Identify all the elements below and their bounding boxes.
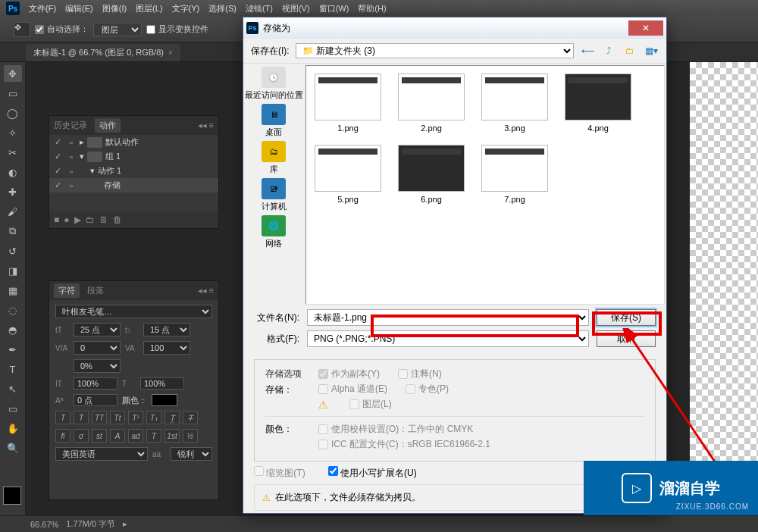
path-tool[interactable]: ↖ <box>4 380 22 397</box>
superscript-button[interactable]: T¹ <box>128 411 143 424</box>
filename-input[interactable]: 未标题-1.png <box>307 309 589 326</box>
character-tab[interactable]: 字符 <box>54 283 80 298</box>
close-icon[interactable]: ✕ <box>628 20 663 36</box>
dodge-tool[interactable]: ◓ <box>4 321 22 338</box>
move-tool[interactable]: ✥ <box>4 65 22 82</box>
place-network[interactable]: 🌐网络 <box>262 215 286 249</box>
tsume-select[interactable]: 0% <box>74 359 121 373</box>
paragraph-tab[interactable]: 段落 <box>87 285 104 296</box>
opt-icc[interactable]: ICC 配置文件(C)：sRGB IEC61966-2.1 <box>318 438 490 451</box>
brush-tool[interactable]: 🖌 <box>4 203 22 220</box>
opt-as-copy[interactable]: 作为副本(Y) <box>318 368 380 380</box>
pen-tool[interactable]: ✒ <box>4 341 22 358</box>
tracking-select[interactable]: 100 <box>143 341 190 355</box>
new-action-icon[interactable]: 🗎 <box>99 214 108 225</box>
menu-view[interactable]: 视图(V) <box>282 3 310 14</box>
close-tab-icon[interactable]: × <box>168 49 173 57</box>
history-tab[interactable]: 历史记录 <box>54 120 87 131</box>
foreground-color-swatch[interactable] <box>3 487 21 505</box>
place-desktop[interactable]: 🖥桌面 <box>262 104 286 138</box>
heal-tool[interactable]: ✚ <box>4 183 22 200</box>
auto-select-target-select[interactable]: 图层 <box>93 23 142 36</box>
vscale-input[interactable] <box>74 377 117 390</box>
save-button[interactable]: 保存(S) <box>597 309 656 326</box>
subscript-button[interactable]: T₁ <box>146 411 161 424</box>
action-row-group[interactable]: ✓▫▾组 1 <box>49 149 218 164</box>
menu-file[interactable]: 文件(F) <box>29 3 56 14</box>
bold-button[interactable]: T <box>55 411 70 424</box>
type-tool[interactable]: T <box>4 361 22 377</box>
panel-menu-icon[interactable]: ◂◂ ≡ <box>198 120 214 130</box>
gradient-tool[interactable]: ▦ <box>4 282 22 299</box>
menu-window[interactable]: 窗口(W) <box>319 3 349 14</box>
menu-image[interactable]: 图像(I) <box>102 3 127 14</box>
font-size-select[interactable]: 25 点 <box>74 323 121 336</box>
action-row-default[interactable]: ✓▫▸默认动作 <box>49 135 218 149</box>
auto-select-checkbox[interactable]: 自动选择： <box>35 23 89 35</box>
up-icon[interactable]: ⤴ <box>601 43 616 58</box>
menu-layer[interactable]: 图层(L) <box>136 3 162 14</box>
file-list[interactable]: 1.png 2.png 3.png 4.png 5.png 6.png 7.pn… <box>305 65 665 305</box>
menu-type[interactable]: 文字(Y) <box>172 3 200 14</box>
place-computer[interactable]: 🖳计算机 <box>262 178 287 212</box>
opt-lowercase-ext[interactable]: 使用小写扩展名(U) <box>328 466 417 480</box>
leading-select[interactable]: 15 点 <box>143 323 190 336</box>
marquee-tool[interactable]: ▭ <box>4 85 22 102</box>
menu-edit[interactable]: 编辑(E) <box>65 3 93 14</box>
allcaps-button[interactable]: TT <box>92 411 107 424</box>
play-icon[interactable]: ▶ <box>74 214 81 225</box>
show-transform-checkbox[interactable]: 显示变换控件 <box>146 23 208 35</box>
strike-button[interactable]: T̶ <box>183 411 198 424</box>
folder-select[interactable]: 📁 新建文件夹 (3) <box>296 43 574 58</box>
stop-icon[interactable]: ■ <box>54 214 59 225</box>
menu-filter[interactable]: 滤镜(T) <box>246 3 273 14</box>
italic-button[interactable]: T <box>74 411 89 424</box>
cancel-button[interactable]: 取消 <box>597 330 656 347</box>
underline-button[interactable]: T̲ <box>164 411 180 424</box>
kerning-select[interactable]: 0 <box>74 341 121 355</box>
record-icon[interactable]: ● <box>64 214 69 225</box>
panel-menu-icon[interactable]: ◂◂ ≡ <box>198 286 214 296</box>
file-item[interactable]: 2.png <box>397 74 465 133</box>
trash-icon[interactable]: 🗑 <box>113 214 122 225</box>
wand-tool[interactable]: ✧ <box>4 124 22 141</box>
history-brush-tool[interactable]: ↺ <box>4 243 22 259</box>
action-row-action1[interactable]: ✓▫▾动作 1 <box>49 164 218 178</box>
file-item[interactable]: 4.png <box>564 74 632 133</box>
file-item[interactable]: 5.png <box>314 145 382 204</box>
hscale-input[interactable] <box>140 377 184 390</box>
text-color-swatch[interactable] <box>152 394 177 406</box>
file-item[interactable]: 7.png <box>481 145 549 204</box>
hand-tool[interactable]: ✋ <box>4 420 22 437</box>
document-tab[interactable]: 未标题-1 @ 66.7% (图层 0, RGB/8) × <box>26 44 180 61</box>
action-row-save[interactable]: ✓▫存储 <box>49 178 218 192</box>
back-icon[interactable]: ⟵ <box>580 43 595 58</box>
antialias-select[interactable]: 锐利 <box>171 447 212 461</box>
font-family-select[interactable]: 叶根友毛笔… <box>55 305 212 318</box>
zoom-tool[interactable]: 🔍 <box>4 440 22 456</box>
smallcaps-button[interactable]: Tt <box>110 411 125 424</box>
baseline-input[interactable] <box>74 394 117 406</box>
crop-tool[interactable]: ✂ <box>4 144 22 161</box>
view-menu-icon[interactable]: ▦▾ <box>644 43 659 58</box>
dialog-titlebar[interactable]: Ps 存储为 ✕ <box>243 17 666 39</box>
eyedropper-tool[interactable]: ◐ <box>4 164 22 180</box>
menu-select[interactable]: 选择(S) <box>208 3 236 14</box>
eraser-tool[interactable]: ◨ <box>4 262 22 279</box>
format-select[interactable]: PNG (*.PNG;*.PNS) <box>307 330 589 347</box>
actions-tab[interactable]: 动作 <box>95 118 121 133</box>
stamp-tool[interactable]: ⧉ <box>4 223 22 239</box>
place-libraries[interactable]: 🗂库 <box>262 141 286 175</box>
language-select[interactable]: 美国英语 <box>55 447 148 461</box>
file-item[interactable]: 6.png <box>397 145 465 204</box>
move-tool-icon[interactable]: ✥ <box>14 22 30 37</box>
place-recent[interactable]: 🕓最近访问的位置 <box>245 67 303 101</box>
lasso-tool[interactable]: ◯ <box>4 105 22 121</box>
new-set-icon[interactable]: 🗀 <box>86 214 95 225</box>
zoom-level[interactable]: 66.67% <box>30 520 58 529</box>
file-item[interactable]: 1.png <box>314 74 382 133</box>
new-folder-icon[interactable]: 🗀 <box>622 43 637 58</box>
file-item[interactable]: 3.png <box>481 74 549 133</box>
shape-tool[interactable]: ▭ <box>4 400 22 417</box>
blur-tool[interactable]: ◌ <box>4 302 22 318</box>
